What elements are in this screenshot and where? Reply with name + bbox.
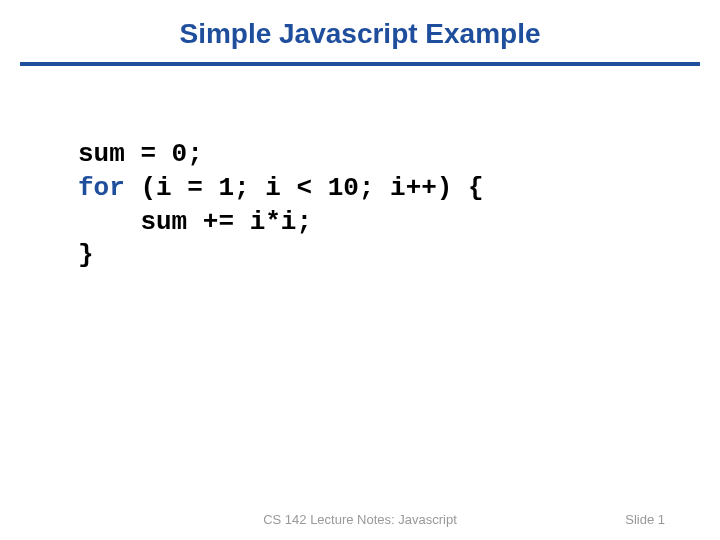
footer-notes-label: CS 142 Lecture Notes: Javascript bbox=[0, 512, 720, 527]
code-line-3: sum += i*i; bbox=[78, 207, 312, 237]
slide-title: Simple Javascript Example bbox=[0, 0, 720, 62]
code-line-2-rest: (i = 1; i < 10; i++) { bbox=[125, 173, 484, 203]
code-line-4: } bbox=[78, 240, 94, 270]
code-block: sum = 0; for (i = 1; i < 10; i++) { sum … bbox=[78, 138, 720, 273]
footer-slide-number: Slide 1 bbox=[625, 512, 665, 527]
title-rule bbox=[20, 62, 700, 66]
code-keyword-for: for bbox=[78, 173, 125, 203]
code-line-1: sum = 0; bbox=[78, 139, 203, 169]
